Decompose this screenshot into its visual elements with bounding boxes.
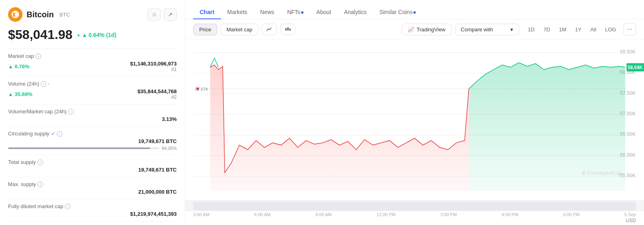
header-icons: ☆ ↗ bbox=[148, 8, 177, 21]
market-cap-button[interactable]: Market cap bbox=[221, 24, 258, 35]
market-cap-rank: #1 bbox=[130, 67, 177, 72]
circulating-supply-info-icon[interactable]: i bbox=[57, 131, 62, 137]
fdmc-label: Fully diluted market cap bbox=[8, 203, 63, 209]
circulating-supply-value: 19,749,671 BTC bbox=[138, 138, 177, 144]
volume-change: ▲ 35.69% bbox=[8, 91, 33, 97]
tab-chart[interactable]: Chart bbox=[193, 6, 221, 19]
volume-info-icon[interactable]: i bbox=[41, 81, 46, 87]
chart-area: 58.50K 58.00K 57.50K 57.00K 56.50K 56.00… bbox=[185, 40, 644, 200]
tab-nfts[interactable]: NFTs bbox=[281, 6, 310, 19]
price-chart: 58.50K 58.00K 57.50K 57.00K 56.50K 56.00… bbox=[185, 40, 644, 200]
bitcoin-logo bbox=[8, 7, 23, 22]
vol-market-cap-row: Volume/Market cap (24h) i 3.13% bbox=[8, 104, 177, 127]
coin-price: $58,041.98 bbox=[8, 27, 72, 42]
market-cap-value: $1,146,310,096,973 bbox=[130, 61, 177, 67]
currency-label: USD bbox=[185, 218, 644, 225]
coin-name: Bitcoin bbox=[27, 10, 54, 19]
time-all[interactable]: All bbox=[586, 25, 600, 35]
svg-text:⊕ CoinMarketCap: ⊕ CoinMarketCap bbox=[582, 170, 622, 176]
svg-point-19 bbox=[196, 88, 199, 90]
volume-rank: #2 bbox=[137, 94, 177, 100]
tab-similar-coins[interactable]: Similar Coins bbox=[373, 6, 422, 19]
x-label-9pm: 9:00 PM bbox=[563, 212, 580, 217]
price-row: $58,041.98 ▲ 0.64% (1d) bbox=[8, 27, 177, 42]
tab-news[interactable]: News bbox=[254, 6, 281, 19]
more-options-button[interactable]: ··· bbox=[623, 23, 636, 35]
x-label-6am: 6:00 AM bbox=[254, 212, 270, 217]
time-1y[interactable]: 1Y bbox=[571, 25, 586, 35]
circulating-supply-bar bbox=[8, 147, 159, 149]
time-1d[interactable]: 1D bbox=[524, 25, 539, 35]
vol-market-cap-info-icon[interactable]: i bbox=[68, 109, 74, 115]
circulating-supply-pct: 94.05% bbox=[162, 146, 177, 151]
stats-section: Market cap i ▲ 0.76% $1,146,310,096,973 … bbox=[8, 49, 177, 221]
max-supply-value: 21,000,000 BTC bbox=[138, 189, 177, 195]
chart-navigator[interactable] bbox=[185, 200, 644, 211]
tab-markets[interactable]: Markets bbox=[221, 6, 254, 19]
share-button[interactable]: ↗ bbox=[164, 8, 177, 21]
total-supply-info-icon[interactable]: i bbox=[37, 160, 43, 165]
tab-about[interactable]: About bbox=[310, 6, 338, 19]
max-supply-label: Max. supply bbox=[8, 181, 36, 187]
tabs-bar: Chart Markets News NFTs About Analytics … bbox=[185, 0, 644, 19]
x-label-6pm: 6:00 PM bbox=[502, 212, 518, 217]
market-cap-info-icon[interactable]: i bbox=[35, 53, 41, 59]
x-label-12pm: 12:00 PM bbox=[376, 212, 395, 217]
x-label-9am: 9:00 AM bbox=[316, 212, 332, 217]
circulating-supply-row: Circulating supply ✓ i 19,749,671 BTC 94… bbox=[8, 127, 177, 155]
time-1m[interactable]: 1M bbox=[555, 25, 570, 35]
chart-controls: Price Market cap 📈 TradingView Compare w… bbox=[185, 19, 644, 40]
fdmc-value: $1,219,974,451,393 bbox=[130, 211, 177, 217]
market-cap-row: Market cap i ▲ 0.76% $1,146,310,096,973 … bbox=[8, 49, 177, 77]
time-buttons: 1D 7D 1M 1Y All LOG bbox=[524, 25, 620, 35]
svg-text:58.50K: 58.50K bbox=[620, 49, 636, 55]
trading-view-icon: 📈 bbox=[408, 27, 414, 33]
fdmc-info-icon[interactable]: i bbox=[65, 204, 70, 209]
max-supply-row: Max. supply i 21,000,000 BTC bbox=[8, 177, 177, 199]
circulating-supply-label: Circulating supply bbox=[8, 131, 50, 137]
compare-with-button[interactable]: Compare with ▾ bbox=[455, 24, 519, 35]
line-chart-icon[interactable] bbox=[262, 24, 277, 35]
coin-symbol: BTC bbox=[60, 12, 70, 18]
total-supply-value: 19,749,671 BTC bbox=[138, 167, 177, 173]
trading-view-button[interactable]: 📈 TradingView bbox=[402, 24, 452, 35]
chevron-down-icon: ▾ bbox=[510, 27, 513, 33]
supply-check-icon: ✓ bbox=[51, 131, 55, 137]
svg-rect-2 bbox=[289, 29, 291, 31]
candlestick-icon[interactable] bbox=[280, 24, 295, 35]
volume-label: Volume (24h) bbox=[8, 81, 39, 87]
left-panel: Bitcoin BTC ☆ ↗ $58,041.98 ▲ 0.64% (1d) … bbox=[0, 0, 185, 225]
market-cap-label: Market cap bbox=[8, 53, 34, 59]
svg-text:58.04K: 58.04K bbox=[628, 64, 643, 70]
x-label-5sep: 5 Sep bbox=[624, 212, 636, 217]
watchlist-button[interactable]: ☆ bbox=[148, 8, 161, 21]
vol-market-cap-value: 3.13% bbox=[162, 116, 177, 122]
x-axis-labels: 3:00 AM 6:00 AM 9:00 AM 12:00 PM 3:00 PM… bbox=[185, 211, 644, 218]
total-supply-row: Total supply i 19,749,671 BTC bbox=[8, 155, 177, 177]
svg-rect-0 bbox=[285, 28, 287, 31]
tab-analytics[interactable]: Analytics bbox=[338, 6, 373, 19]
time-7d[interactable]: 7D bbox=[539, 25, 554, 35]
volume-row: Volume (24h) i › ▲ 35.69% $35,844,544,76… bbox=[8, 77, 177, 104]
price-change: ▲ 0.64% (1d) bbox=[76, 32, 116, 38]
bitcoin-icon bbox=[11, 10, 20, 19]
right-panel: Chart Markets News NFTs About Analytics … bbox=[185, 0, 644, 225]
max-supply-info-icon[interactable]: i bbox=[37, 182, 43, 187]
svg-rect-1 bbox=[287, 27, 289, 31]
vol-market-cap-label: Volume/Market cap (24h) bbox=[8, 108, 66, 115]
x-label-3pm: 3:00 PM bbox=[440, 212, 457, 217]
coin-header: Bitcoin BTC ☆ ↗ bbox=[8, 7, 177, 22]
volume-arrow[interactable]: › bbox=[48, 82, 50, 86]
circulating-supply-fill bbox=[8, 147, 150, 149]
volume-value: $35,844,544,768 bbox=[137, 88, 177, 94]
price-button[interactable]: Price bbox=[193, 24, 217, 35]
total-supply-label: Total supply bbox=[8, 159, 36, 165]
x-label-3am: 3:00 AM bbox=[193, 212, 209, 217]
market-cap-change: ▲ 0.76% bbox=[8, 63, 29, 70]
fdmc-row: Fully diluted market cap i $1,219,974,45… bbox=[8, 199, 177, 221]
time-log[interactable]: LOG bbox=[601, 25, 620, 35]
